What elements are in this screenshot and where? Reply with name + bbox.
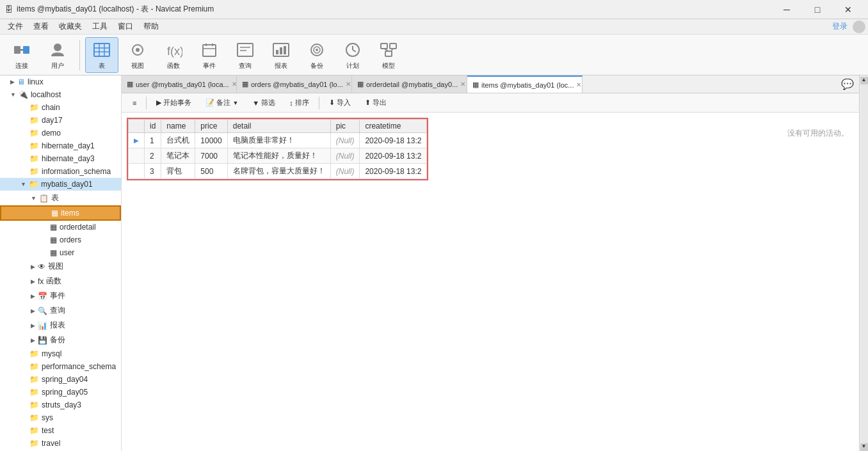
sidebar-item-backups-folder[interactable]: ▶ 💾 备份 bbox=[0, 333, 121, 347]
sidebar-item-orders[interactable]: ▦ orders bbox=[0, 233, 121, 246]
col-header-price[interactable]: price bbox=[195, 120, 227, 133]
toolbar-import[interactable]: ⬇ 导入 bbox=[323, 96, 357, 109]
sidebar-item-mybatis-day01[interactable]: ▼ 📁 mybatis_day01 bbox=[0, 178, 121, 191]
col-header-detail[interactable]: detail bbox=[227, 120, 330, 133]
sidebar-item-views-folder[interactable]: ▶ 👁 视图 bbox=[0, 259, 121, 274]
toolbar-function[interactable]: f(x) 函数 bbox=[157, 37, 190, 73]
cell-detail[interactable]: 笔记本性能好，质量好！ bbox=[227, 148, 330, 164]
sidebar-item-spring-day04[interactable]: 📁 spring_day04 bbox=[0, 373, 121, 386]
menu-tools[interactable]: 工具 bbox=[87, 20, 113, 33]
menu-favorites[interactable]: 收藏夹 bbox=[54, 20, 87, 33]
db-icon: 🖥 bbox=[17, 77, 25, 86]
cell-detail[interactable]: 名牌背包，容量大质量好！ bbox=[227, 164, 330, 179]
table-row[interactable]: 3背包500名牌背包，容量大质量好！(Null)2020-09-18 13:2 bbox=[129, 164, 427, 179]
toolbar-report[interactable]: 报表 bbox=[264, 37, 298, 73]
sidebar-item-orderdetail[interactable]: ▦ orderdetail bbox=[0, 221, 121, 233]
sidebar-label: spring_day04 bbox=[42, 375, 88, 384]
cell-name[interactable]: 台式机 bbox=[161, 133, 195, 148]
toolbar-start-transaction[interactable]: ▶ 开始事务 bbox=[150, 96, 197, 109]
toolbar-export[interactable]: ⬆ 导出 bbox=[359, 96, 392, 109]
cell-createtime[interactable]: 2020-09-18 13:2 bbox=[360, 133, 427, 148]
table-row[interactable]: 2笔记本7000笔记本性能好，质量好！(Null)2020-09-18 13:2 bbox=[129, 148, 427, 164]
sidebar-item-mysql[interactable]: 📁 mysql bbox=[0, 347, 121, 360]
sidebar-item-localhost[interactable]: ▼ 🔌 localhost bbox=[0, 88, 121, 101]
toolbar-model[interactable]: 模型 bbox=[372, 37, 405, 73]
cell-price[interactable]: 10000 bbox=[195, 133, 227, 148]
toolbar-filter[interactable]: ▼ 筛选 bbox=[246, 96, 281, 109]
tab-items[interactable]: ▦ items @mybatis_day01 (loc... ✕ bbox=[467, 75, 583, 93]
sidebar-item-demo[interactable]: 📁 demo bbox=[0, 127, 121, 139]
sidebar-item-travel[interactable]: 📁 travel bbox=[0, 437, 121, 450]
menu-view[interactable]: 查看 bbox=[28, 20, 54, 33]
tab-close-items[interactable]: ✕ bbox=[576, 81, 581, 88]
tab-user[interactable]: ▦ user @mybatis_day01 (loca... ✕ bbox=[122, 75, 237, 93]
cell-pic[interactable]: (Null) bbox=[330, 148, 360, 164]
cell-id[interactable]: 3 bbox=[145, 164, 161, 179]
cell-createtime[interactable]: 2020-09-18 13:2 bbox=[360, 148, 427, 164]
db-icon: 📁 bbox=[29, 154, 39, 163]
col-header-createtime[interactable]: createtime bbox=[360, 120, 427, 133]
toolbar-query[interactable]: 查询 bbox=[229, 37, 262, 73]
cell-id[interactable]: 2 bbox=[145, 148, 161, 164]
toolbar-menu-btn[interactable]: ≡ bbox=[127, 97, 142, 109]
scroll-down[interactable]: ▼ bbox=[860, 443, 868, 451]
sidebar-item-linux[interactable]: ▶ 🖥 linux bbox=[0, 75, 121, 88]
cell-id[interactable]: 1 bbox=[145, 133, 161, 148]
tab-close-orders[interactable]: ✕ bbox=[346, 81, 351, 88]
col-header-pic[interactable]: pic bbox=[330, 120, 360, 133]
col-header-id[interactable]: id bbox=[145, 120, 161, 133]
sidebar-item-items[interactable]: ▦ items bbox=[0, 205, 121, 221]
right-scrollbar[interactable]: ▲ ▼ bbox=[859, 75, 868, 451]
sidebar-item-hibernate-day1[interactable]: 📁 hibernate_day1 bbox=[0, 139, 121, 152]
toolbar-note[interactable]: 📝 备注 ▼ bbox=[200, 96, 244, 109]
tab-extra-icon[interactable]: 💬 bbox=[836, 78, 859, 90]
menu-help[interactable]: 帮助 bbox=[138, 20, 164, 33]
cell-detail[interactable]: 电脑质量非常好！ bbox=[227, 133, 330, 148]
toolbar-view[interactable]: 视图 bbox=[121, 37, 154, 73]
maximize-button[interactable]: □ bbox=[803, 0, 832, 19]
login-link[interactable]: 登录 bbox=[832, 21, 848, 32]
folder-icon: 🔍 bbox=[38, 306, 47, 315]
toolbar-table[interactable]: 表 bbox=[85, 37, 118, 73]
toolbar-user[interactable]: 用户 bbox=[41, 37, 74, 73]
sidebar-item-struts-day3[interactable]: 📁 struts_day3 bbox=[0, 399, 121, 411]
sidebar-item-hibernate-day3[interactable]: 📁 hibernate_day3 bbox=[0, 152, 121, 165]
sidebar-item-sys[interactable]: 📁 sys bbox=[0, 411, 121, 424]
sidebar-item-information-schema[interactable]: 📁 information_schema bbox=[0, 165, 121, 178]
toolbar-backup[interactable]: 备份 bbox=[300, 37, 334, 73]
tab-orderdetail[interactable]: ▦ orderdetail @mybatis_day0... ✕ bbox=[352, 75, 467, 93]
cell-price[interactable]: 500 bbox=[195, 164, 227, 179]
sidebar-item-day17[interactable]: 📁 day17 bbox=[0, 114, 121, 127]
toolbar-schedule[interactable]: 计划 bbox=[336, 37, 369, 73]
sidebar-item-user[interactable]: ▦ user bbox=[0, 246, 121, 259]
tab-close-user[interactable]: ✕ bbox=[232, 81, 237, 88]
db-icon: 📁 bbox=[29, 375, 39, 384]
sidebar-item-reports-folder[interactable]: ▶ 📊 报表 bbox=[0, 318, 121, 333]
scroll-up[interactable]: ▲ bbox=[860, 77, 868, 84]
cell-name[interactable]: 背包 bbox=[161, 164, 195, 179]
menu-window[interactable]: 窗口 bbox=[113, 20, 138, 33]
cell-price[interactable]: 7000 bbox=[195, 148, 227, 164]
sidebar-item-performance-schema[interactable]: 📁 performance_schema bbox=[0, 360, 121, 373]
minimize-button[interactable]: ─ bbox=[772, 0, 801, 19]
sidebar-item-tables-folder[interactable]: ▼ 📋 表 bbox=[0, 191, 121, 205]
menu-file[interactable]: 文件 bbox=[3, 20, 28, 33]
tab-orders[interactable]: ▦ orders @mybatis_day01 (lo... ✕ bbox=[237, 75, 352, 93]
sidebar-item-chain[interactable]: 📁 chain bbox=[0, 101, 121, 114]
cell-createtime[interactable]: 2020-09-18 13:2 bbox=[360, 164, 427, 179]
cell-name[interactable]: 笔记本 bbox=[161, 148, 195, 164]
close-button[interactable]: ✕ bbox=[833, 0, 863, 19]
cell-pic[interactable]: (Null) bbox=[330, 164, 360, 179]
toolbar-event[interactable]: 事件 bbox=[193, 37, 226, 73]
sidebar-item-test[interactable]: 📁 test bbox=[0, 424, 121, 437]
sidebar-item-spring-day05[interactable]: 📁 spring_day05 bbox=[0, 386, 121, 399]
col-header-name[interactable]: name bbox=[161, 120, 195, 133]
sidebar-item-queries-folder[interactable]: ▶ 🔍 查询 bbox=[0, 303, 121, 318]
sidebar-item-functions-folder[interactable]: ▶ fx 函数 bbox=[0, 274, 121, 289]
table-row[interactable]: ▶1台式机10000电脑质量非常好！(Null)2020-09-18 13:2 bbox=[129, 133, 427, 148]
toolbar-sort[interactable]: ↕ 排序 bbox=[284, 96, 315, 109]
toolbar-connect[interactable]: 连接 bbox=[5, 37, 38, 73]
tab-close-orderdetail[interactable]: ✕ bbox=[460, 81, 465, 88]
sidebar-item-events-folder[interactable]: ▶ 📅 事件 bbox=[0, 289, 121, 303]
cell-pic[interactable]: (Null) bbox=[330, 133, 360, 148]
